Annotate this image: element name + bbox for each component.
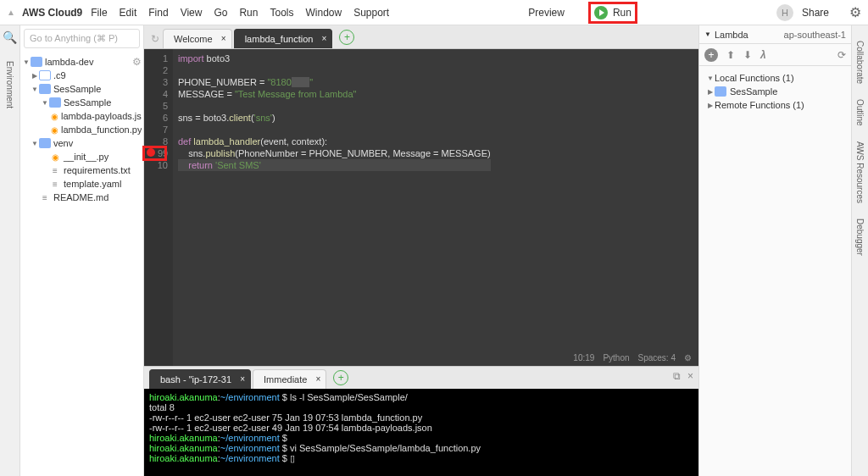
environment-tab[interactable]: Environment bbox=[5, 61, 14, 108]
lambda-icon: λ bbox=[760, 49, 766, 61]
menu-find[interactable]: Find bbox=[148, 7, 168, 19]
folder-icon bbox=[39, 84, 51, 94]
chevron-down-icon[interactable]: ▼ bbox=[704, 30, 711, 38]
py-icon: ◉ bbox=[51, 111, 58, 121]
breakpoint-marker[interactable]: 9 bbox=[142, 146, 167, 161]
rail-collaborate[interactable]: Collaborate bbox=[855, 41, 865, 84]
close-icon[interactable]: × bbox=[316, 374, 321, 384]
upload-icon[interactable]: ⬆ bbox=[726, 49, 735, 61]
avatar[interactable]: H bbox=[776, 4, 793, 21]
remote-functions[interactable]: ▶Remote Functions (1) bbox=[706, 98, 844, 112]
rail-debugger[interactable]: Debugger bbox=[855, 219, 865, 256]
tab-add-button[interactable]: + bbox=[339, 30, 354, 45]
terminal-tab[interactable]: bash - "ip-172-31× bbox=[149, 369, 251, 389]
file-explorer: Go to Anything (⌘ P) ▼lambda-dev⚙▶.c9▼Se… bbox=[20, 25, 144, 476]
file-icon: ≡ bbox=[49, 165, 61, 175]
terminal-panel: bash - "ip-172-31×Immediate× + ⧉ × hiroa… bbox=[144, 366, 698, 476]
editor-tabs: ↻ Welcome×lambda_function× + bbox=[144, 25, 698, 49]
menu-go[interactable]: Go bbox=[214, 7, 227, 19]
terminal-close-icon[interactable]: × bbox=[687, 370, 693, 382]
local-functions[interactable]: ▼Local Functions (1) bbox=[706, 71, 844, 85]
cursor-pos: 10:19 bbox=[573, 353, 594, 363]
left-rail: 🔍 Environment bbox=[0, 25, 20, 476]
tree-item[interactable]: ◉lambda-payloads.json bbox=[22, 109, 142, 123]
file-icon: ≡ bbox=[39, 192, 51, 202]
tree-item[interactable]: ◉__init__.py bbox=[22, 150, 142, 163]
preview-button[interactable]: Preview bbox=[528, 7, 565, 19]
menu-run[interactable]: Run bbox=[239, 7, 258, 19]
terminal-tab[interactable]: Immediate× bbox=[253, 369, 326, 389]
menu-tools[interactable]: Tools bbox=[270, 7, 293, 19]
tree-item[interactable]: ◉lambda_function.py bbox=[22, 123, 142, 136]
editor-tab[interactable]: Welcome× bbox=[163, 29, 232, 48]
tree-item[interactable]: ≡README.md bbox=[22, 191, 142, 204]
terminal-add-button[interactable]: + bbox=[333, 370, 348, 385]
menubar: ▲ AWS Cloud9 FileEditFindViewGoRunToolsW… bbox=[0, 0, 868, 25]
right-rail: CollaborateOutlineAWS ResourcesDebugger bbox=[851, 25, 868, 476]
gear-icon[interactable]: ⚙ bbox=[849, 4, 861, 20]
gutter: 12345678910 bbox=[144, 49, 173, 366]
lambda-panel: ▼ Lambda ap-southeast-1 + ⬆ ⬇ λ ⟳ ▼Local… bbox=[698, 25, 851, 476]
tab-history-icon[interactable]: ↻ bbox=[151, 33, 159, 45]
tree-item[interactable]: ▼venv bbox=[22, 136, 142, 150]
tree-item[interactable]: ≡template.yaml bbox=[22, 177, 142, 191]
run-button[interactable]: Run bbox=[588, 2, 637, 24]
lambda-title: Lambda bbox=[715, 30, 748, 40]
menu-window[interactable]: Window bbox=[305, 7, 342, 19]
menu-view[interactable]: View bbox=[181, 7, 203, 19]
rail-aws resources[interactable]: AWS Resources bbox=[855, 141, 865, 203]
menu-edit[interactable]: Edit bbox=[120, 7, 137, 19]
terminal[interactable]: hiroaki.akanuma:~/environment $ ls -l Se… bbox=[144, 389, 698, 476]
play-icon bbox=[594, 6, 608, 19]
folder-o-icon bbox=[39, 70, 51, 80]
tree-item[interactable]: ▼SesSample bbox=[22, 82, 142, 96]
local-function-item[interactable]: ▶SesSample bbox=[706, 85, 844, 98]
close-icon[interactable]: × bbox=[322, 34, 327, 43]
close-icon[interactable]: × bbox=[240, 374, 245, 384]
lang-mode[interactable]: Python bbox=[603, 353, 629, 363]
folder-icon bbox=[715, 86, 726, 97]
folder-icon bbox=[49, 97, 61, 108]
cloud9-icon[interactable]: ▲ bbox=[7, 8, 15, 17]
tree-item[interactable]: ▼SesSample bbox=[22, 96, 142, 109]
gear-icon[interactable]: ⚙ bbox=[132, 56, 142, 68]
main-area: ↻ Welcome×lambda_function× + 12345678910… bbox=[144, 25, 698, 476]
goto-input[interactable]: Go to Anything (⌘ P) bbox=[24, 29, 140, 48]
tree-item[interactable]: ▶.c9 bbox=[22, 69, 142, 82]
spaces[interactable]: Spaces: 4 bbox=[638, 353, 676, 363]
breakpoint-icon bbox=[147, 148, 155, 157]
tree-item[interactable]: ≡requirements.txt bbox=[22, 163, 142, 177]
code-editor[interactable]: 12345678910 9 import boto3 PHONE_NUMBER … bbox=[144, 49, 698, 366]
rail-outline[interactable]: Outline bbox=[855, 99, 865, 126]
gear-icon[interactable]: ⚙ bbox=[684, 353, 692, 363]
editor-statusbar: 10:19 Python Spaces: 4 ⚙ bbox=[573, 353, 692, 363]
py-icon: ◉ bbox=[51, 125, 58, 135]
tree-item[interactable]: ▼lambda-dev⚙ bbox=[22, 55, 142, 69]
close-icon[interactable]: × bbox=[221, 34, 226, 43]
region[interactable]: ap-southeast-1 bbox=[784, 30, 846, 40]
lambda-add-button[interactable]: + bbox=[704, 48, 718, 62]
folder-icon bbox=[31, 57, 42, 67]
download-icon[interactable]: ⬇ bbox=[743, 49, 752, 61]
run-label: Run bbox=[613, 7, 632, 19]
menu-support[interactable]: Support bbox=[353, 7, 389, 19]
folder-icon bbox=[39, 138, 51, 148]
share-button[interactable]: Share bbox=[802, 7, 829, 19]
menu-file[interactable]: File bbox=[91, 7, 107, 19]
terminal-expand-icon[interactable]: ⧉ bbox=[673, 370, 681, 382]
refresh-icon[interactable]: ⟳ bbox=[837, 49, 846, 61]
brand: AWS Cloud9 bbox=[22, 7, 82, 19]
file-icon: ≡ bbox=[49, 179, 61, 189]
search-icon[interactable]: 🔍 bbox=[3, 30, 17, 44]
py-icon: ◉ bbox=[49, 152, 61, 162]
editor-tab[interactable]: lambda_function× bbox=[234, 29, 333, 48]
